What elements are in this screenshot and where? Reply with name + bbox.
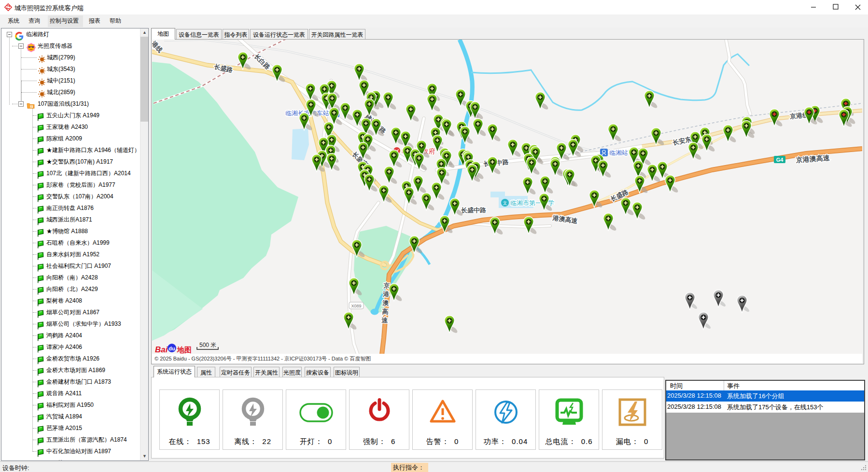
svg-text:澳: 澳	[382, 299, 389, 306]
svg-text:Bai: Bai	[155, 345, 168, 354]
svg-text:G4: G4	[776, 157, 784, 163]
svg-text:du: du	[168, 346, 175, 351]
svg-text:高: 高	[382, 308, 389, 315]
svg-text:速: 速	[381, 317, 388, 324]
svg-text:地图: 地图	[177, 346, 192, 354]
svg-text:文: 文	[503, 201, 507, 206]
svg-text:© 2025 Baidu - GS(2023)3206号 -: © 2025 Baidu - GS(2023)3206号 - 甲测资字11111…	[154, 356, 371, 361]
svg-text:长盛中路: 长盛中路	[461, 207, 487, 214]
svg-text:X089: X089	[351, 304, 361, 308]
svg-text:500 米: 500 米	[199, 342, 216, 348]
svg-text:港: 港	[383, 291, 390, 298]
svg-text:临湘站: 临湘站	[609, 149, 628, 156]
